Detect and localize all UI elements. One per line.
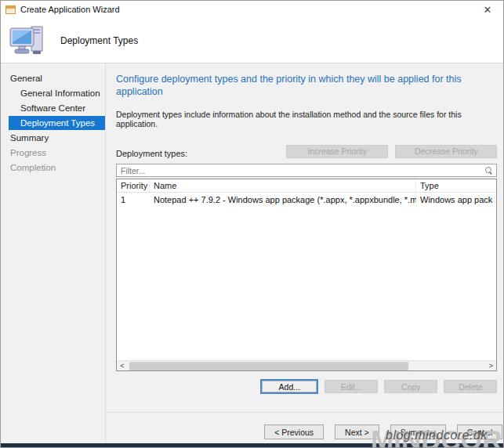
page-description: Deployment types include information abo… (116, 110, 497, 128)
deployment-types-label: Deployment types: (116, 149, 187, 158)
wizard-body: General General Information Software Cen… (1, 63, 503, 444)
list-label-row: Deployment types: Increase Priority Decr… (116, 145, 497, 158)
page-heading: Configure deployment types and the prior… (116, 73, 497, 98)
scroll-left-icon[interactable]: < (117, 361, 128, 371)
sidebar-item-completion: Completion (1, 161, 105, 175)
sidebar-item-deployment-types[interactable]: Deployment Types (9, 116, 105, 130)
sidebar-item-general[interactable]: General (1, 71, 105, 85)
titlebar: Create Application Wizard ✕ (1, 1, 503, 18)
horizontal-scrollbar: < > (117, 360, 496, 370)
create-application-wizard-window: Create Application Wizard ✕ Deployment T… (0, 0, 504, 448)
wizard-window-icon (5, 5, 16, 14)
cell-type: Windows app pack (416, 195, 496, 204)
close-icon[interactable]: ✕ (477, 2, 499, 17)
wizard-steps-sidebar: General General Information Software Cen… (1, 63, 106, 444)
sidebar-item-general-information[interactable]: General Information (1, 86, 105, 100)
wizard-footer: < Previous Next > Summary Cancel (106, 412, 504, 444)
cell-priority: 1 (117, 195, 150, 204)
window-bottom-border (1, 443, 503, 447)
sidebar-item-summary[interactable]: Summary (1, 131, 105, 145)
deployment-types-list: Priority Name Type 1 Notepad ++ 7.9.2 - … (116, 179, 497, 371)
column-header-name[interactable]: Name (150, 179, 416, 192)
priority-buttons: Increase Priority Decrease Priority (286, 145, 497, 158)
table-header: Priority Name Type (117, 179, 496, 193)
sidebar-item-software-center[interactable]: Software Center (1, 101, 105, 115)
cell-name: Notepad ++ 7.9.2 - Windows app package (… (150, 195, 416, 204)
page-title: Deployment Types (60, 35, 138, 46)
window-title: Create Application Wizard (20, 5, 120, 14)
column-header-type[interactable]: Type (416, 179, 496, 192)
decrease-priority-button[interactable]: Decrease Priority (395, 145, 497, 158)
wizard-header: Deployment Types (1, 18, 503, 63)
edit-button[interactable]: Edit... (325, 380, 378, 393)
previous-button[interactable]: < Previous (264, 425, 324, 439)
copy-button[interactable]: Copy (384, 380, 437, 393)
list-empty-area (117, 207, 496, 360)
list-action-buttons: Add... Edit... Copy Delete (116, 379, 497, 394)
increase-priority-button[interactable]: Increase Priority (286, 145, 388, 158)
computer-icon (9, 25, 45, 56)
scroll-right-icon[interactable]: > (485, 361, 496, 371)
cancel-button[interactable]: Cancel (457, 425, 503, 439)
search-icon[interactable] (485, 167, 491, 173)
column-header-priority[interactable]: Priority (117, 179, 150, 192)
next-button[interactable]: Next > (335, 425, 379, 439)
main-panel: Configure deployment types and the prior… (106, 63, 504, 444)
scrollbar-track[interactable] (128, 361, 485, 371)
delete-button[interactable]: Delete (444, 380, 497, 393)
sidebar-item-progress: Progress (1, 146, 105, 160)
table-row[interactable]: 1 Notepad ++ 7.9.2 - Windows app package… (117, 193, 496, 207)
filter-input[interactable] (117, 164, 496, 176)
summary-button[interactable]: Summary (390, 425, 446, 439)
filter-box (116, 164, 497, 177)
add-button[interactable]: Add... (260, 379, 318, 394)
scrollbar-thumb[interactable] (129, 362, 408, 370)
